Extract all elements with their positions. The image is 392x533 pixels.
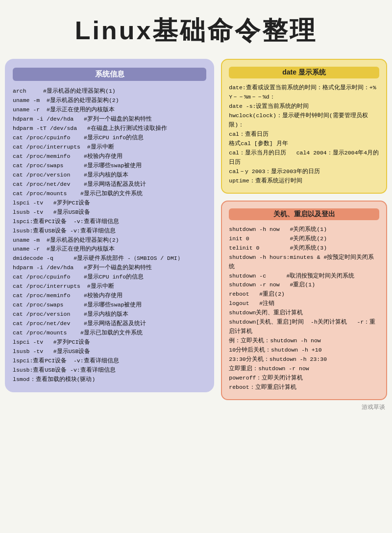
left-panel-title: 系统信息 bbox=[13, 68, 206, 81]
right-panel: date 显示系统 date:查看或设置当前系统的时间：格式化显示时间：+%Y－… bbox=[221, 59, 387, 400]
page-title: Linux基础命令整理 bbox=[5, 14, 387, 48]
shutdown-section-content: shutdown -h now #关闭系统(1) init 0 #关闭系统(2)… bbox=[229, 225, 379, 392]
shutdown-section: 关机、重启以及登出 shutdown -h now #关闭系统(1) init … bbox=[221, 201, 387, 400]
watermark: 游戏草谈 bbox=[5, 403, 387, 411]
date-section-title: date 显示系统 bbox=[229, 67, 379, 78]
date-section-content: date:查看或设置当前系统的时间：格式化显示时间：+%Y－－%m－－%d： d… bbox=[229, 83, 379, 186]
date-section: date 显示系统 date:查看或设置当前系统的时间：格式化显示时间：+%Y－… bbox=[221, 59, 387, 194]
left-panel: 系统信息 arch #显示机器的处理器架构(1) uname -m #显示机器的… bbox=[5, 59, 214, 392]
shutdown-section-title: 关机、重启以及登出 bbox=[229, 208, 379, 220]
main-content: 系统信息 arch #显示机器的处理器架构(1) uname -m #显示机器的… bbox=[5, 59, 387, 400]
left-panel-content: arch #显示机器的处理器架构(1) uname -m #显示机器的处理器架构… bbox=[13, 87, 206, 384]
